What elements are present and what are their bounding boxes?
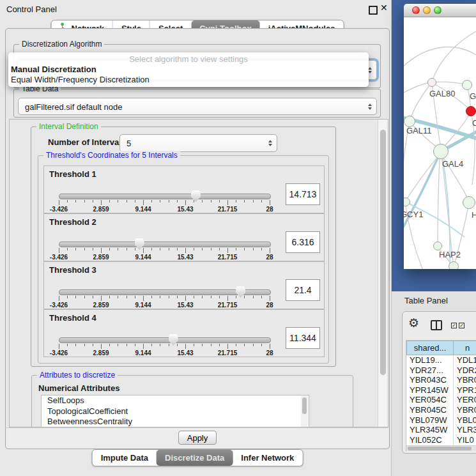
numerical-attributes-list[interactable]: SelfLoopsTopologicalCoefficientBetweenne… bbox=[41, 395, 309, 427]
cell-name: YBL0 bbox=[457, 415, 476, 425]
table-panel-region: Table Panel ⚙ ✓ ✓ shared... n YDL19...YD… bbox=[392, 291, 476, 476]
cell-name: YPR1 bbox=[457, 385, 476, 395]
table-row[interactable]: YBR045CYBR0 bbox=[406, 405, 476, 415]
vertical-scrollbar[interactable] bbox=[378, 119, 388, 427]
threshold-3-box: Threshold 3 -3.4262.8599.14415.4321.7152… bbox=[43, 261, 325, 309]
node-label: GAL11 bbox=[406, 126, 432, 135]
cell-shared-name: YBR045C bbox=[410, 405, 447, 415]
table-row[interactable]: YDL19...YDL1 bbox=[406, 355, 476, 365]
select-all-checkbox-icon[interactable]: ✓ bbox=[451, 323, 457, 328]
threshold-1-box: Threshold 1 -3.4262.8599.14415.4321.7152… bbox=[43, 165, 325, 213]
table-row[interactable]: YDR27...YDR2 bbox=[406, 365, 476, 376]
table-panel-box: ⚙ ✓ ✓ shared... n YDL19...YDL1YDR27...YD… bbox=[402, 311, 476, 454]
threshold-value-field[interactable]: 14.713 bbox=[286, 183, 320, 205]
interval-definition-title: Interval Definition bbox=[36, 122, 101, 131]
threshold-slider[interactable] bbox=[59, 194, 271, 199]
node[interactable] bbox=[449, 261, 459, 269]
zoom-traffic-light-icon[interactable] bbox=[434, 6, 441, 14]
gear-icon[interactable]: ⚙ bbox=[408, 316, 419, 330]
threshold-value-field[interactable]: 11.344 bbox=[286, 327, 320, 349]
scrollbar-thumb[interactable] bbox=[380, 130, 386, 375]
number-of-intervals-combobox[interactable]: 5 bbox=[119, 134, 277, 152]
bottom-tab-impute-data[interactable]: Impute Data bbox=[93, 450, 157, 466]
attribute-list-item[interactable]: SelfLoops bbox=[42, 395, 309, 406]
algorithm-dropdown-popup: Select algorithm to view settings Manual… bbox=[8, 52, 369, 87]
node-h[interactable] bbox=[463, 196, 475, 209]
tab-label: Discretize Data bbox=[165, 450, 224, 466]
scrollbar-thumb[interactable] bbox=[408, 447, 472, 450]
table-row[interactable]: YIL052CYIL0 bbox=[406, 435, 476, 445]
bottom-tab-bar: Impute DataDiscretize DataInfer Network bbox=[92, 449, 303, 466]
threshold-slider[interactable] bbox=[59, 289, 271, 295]
table-row[interactable]: YLR345WYLR3 bbox=[406, 425, 476, 435]
screenshot-root: Control Panel ✕ NetworkStyleSelectCyni T… bbox=[0, 0, 476, 476]
table-data-value: galFiltered.sif default node bbox=[25, 102, 122, 111]
network-window-titlebar[interactable] bbox=[404, 4, 476, 17]
threshold-label: Threshold 4 bbox=[49, 313, 96, 323]
popup-option-manual-discretization[interactable]: Manual Discretization bbox=[8, 65, 369, 75]
close-traffic-light-icon[interactable] bbox=[412, 6, 420, 14]
table-row[interactable]: YBL079WYBL0 bbox=[406, 415, 476, 426]
float-window-icon[interactable] bbox=[369, 6, 378, 15]
list-scrollbar[interactable] bbox=[301, 396, 308, 427]
slider-tick-labels: -3.4262.8599.14415.4321.71528 bbox=[44, 302, 324, 308]
thresholds-group-title: Threshold's Coordinates for 5 Intervals bbox=[43, 151, 180, 160]
node-label: G bbox=[470, 91, 476, 101]
attribute-list-item[interactable]: TopologicalCoefficient bbox=[42, 406, 309, 417]
column-divider bbox=[453, 355, 454, 445]
tab-label: Infer Network bbox=[241, 450, 294, 466]
threshold-slider[interactable] bbox=[59, 337, 271, 343]
select-none-checkbox-icon[interactable]: ✓ bbox=[459, 323, 464, 328]
horizontal-scrollbar[interactable] bbox=[406, 445, 476, 451]
algorithm-group-title: Discretization Algorithm bbox=[19, 40, 104, 49]
number-of-intervals-value: 5 bbox=[127, 139, 131, 148]
close-icon[interactable]: ✕ bbox=[380, 3, 388, 13]
combo-arrows-icon bbox=[268, 140, 272, 146]
cell-shared-name: YIL052C bbox=[410, 435, 442, 445]
cell-name: YIL0 bbox=[457, 435, 474, 445]
number-of-intervals-label: Number of Intervals bbox=[48, 137, 126, 147]
cell-name: YDL1 bbox=[457, 355, 476, 365]
table-data-combobox[interactable]: galFiltered.sif default node bbox=[18, 98, 377, 115]
node-attribute-table: shared... n YDL19...YDL1YDR27...YDR2YBR0… bbox=[406, 340, 476, 451]
network-canvas[interactable]: GAL80GAL11GAL4GCY1HHAP2GC bbox=[404, 17, 476, 269]
node-label: GCY1 bbox=[404, 210, 423, 219]
cell-name: YER0 bbox=[457, 395, 476, 404]
cell-name: YBR0 bbox=[457, 405, 476, 415]
node[interactable] bbox=[462, 80, 472, 90]
threshold-4-box: Threshold 4 -3.4262.8599.14415.4321.7152… bbox=[43, 309, 325, 357]
attribute-list-item[interactable]: BetweennessCentrality bbox=[42, 417, 309, 427]
threshold-value-field[interactable]: 6.316 bbox=[286, 231, 320, 253]
node-gal4[interactable] bbox=[433, 144, 449, 159]
cell-name: YDR2 bbox=[457, 365, 476, 375]
table-row[interactable]: YBR043CYBR0 bbox=[406, 375, 476, 385]
node-label: GAL80 bbox=[429, 89, 455, 98]
attributes-to-discretize-group: Attributes to discretize Numerical Attri… bbox=[31, 375, 353, 427]
apply-button[interactable]: Apply bbox=[178, 431, 217, 445]
node-gal80[interactable] bbox=[427, 78, 436, 87]
network-edges bbox=[404, 17, 476, 269]
node[interactable] bbox=[466, 106, 476, 116]
cell-shared-name: YDR27... bbox=[410, 365, 443, 375]
minimize-traffic-light-icon[interactable] bbox=[423, 6, 431, 14]
cell-shared-name: YBL079W bbox=[410, 415, 447, 425]
threshold-value-field[interactable]: 21.4 bbox=[286, 279, 320, 301]
column-header-name[interactable]: n bbox=[453, 341, 476, 355]
control-panel-window: Control Panel ✕ NetworkStyleSelectCyni T… bbox=[0, 0, 392, 476]
bottom-tab-infer-network[interactable]: Infer Network bbox=[233, 450, 302, 466]
tab-label: Impute Data bbox=[101, 450, 148, 466]
popup-option-equal-width-frequency[interactable]: Equal Width/Frequency Discretization bbox=[8, 75, 369, 85]
split-view-icon[interactable] bbox=[431, 320, 442, 330]
table-data-group: Table Data galFiltered.sif default node bbox=[13, 89, 381, 118]
bottom-tab-discretize-data[interactable]: Discretize Data bbox=[157, 450, 233, 466]
node-label: HAP2 bbox=[439, 250, 461, 259]
table-row[interactable]: YPR145WYPR1 bbox=[406, 385, 476, 395]
node-label: C bbox=[472, 118, 476, 128]
cell-name: YBR0 bbox=[457, 375, 476, 385]
table-header-row: shared... n bbox=[406, 341, 476, 355]
column-header-shared-name[interactable]: shared... bbox=[406, 341, 454, 355]
node-hap2[interactable] bbox=[433, 242, 442, 250]
table-row[interactable]: YER054CYER0 bbox=[406, 395, 476, 405]
thresholds-group: Threshold's Coordinates for 5 Intervals … bbox=[38, 155, 329, 364]
threshold-slider[interactable] bbox=[59, 242, 271, 247]
